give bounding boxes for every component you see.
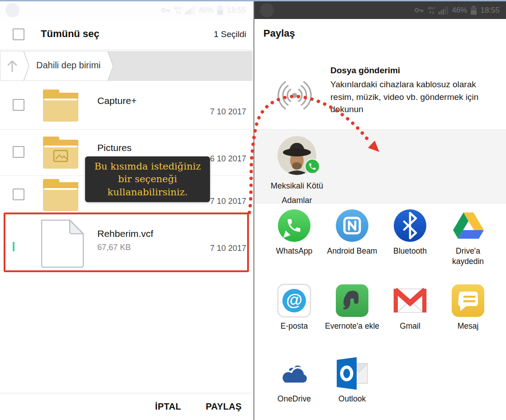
notification-icon bbox=[260, 3, 274, 17]
breadcrumb: Dahili dep birimi bbox=[0, 51, 253, 81]
key-icon bbox=[161, 7, 171, 13]
share-target-outlook[interactable]: Outlook bbox=[323, 356, 381, 404]
battery-icon bbox=[217, 6, 224, 15]
battery-percent: 46% bbox=[198, 6, 214, 15]
share-target-whatsapp[interactable]: WhatsApp bbox=[265, 208, 323, 256]
share-target-eposta[interactable]: @ E-posta bbox=[265, 283, 323, 331]
whatsapp-badge-icon bbox=[305, 159, 320, 176]
folder-icon bbox=[42, 176, 80, 214]
outlook-icon bbox=[335, 356, 369, 391]
evernote-icon bbox=[335, 283, 369, 318]
at-symbol: @ bbox=[277, 283, 311, 318]
battery-percent: 46% bbox=[452, 6, 467, 15]
direct-share-band: Meksikali Kötü Adamlar bbox=[254, 129, 506, 203]
share-button[interactable]: PAYLAŞ bbox=[205, 401, 242, 412]
screenshot-canvas: 4G+ 46% 18:55 bbox=[0, 0, 506, 420]
file-row-rehberim-vcf[interactable]: Rehberim.vcf 67,67 KB 7 10 2017 bbox=[0, 215, 253, 271]
signal-icon bbox=[439, 6, 449, 14]
folder-images-icon bbox=[42, 134, 80, 172]
breadcrumb-folder[interactable]: Dahili dep birimi bbox=[36, 60, 100, 71]
network-type-icon: 4G+ bbox=[174, 6, 182, 14]
share-sheet-panel: 4G+ 46% 18:55 Paylaş bbox=[253, 1, 506, 420]
direct-share-contact[interactable]: Meksikali Kötü Adamlar bbox=[261, 136, 333, 208]
row-checkbox[interactable] bbox=[13, 146, 24, 158]
row-checkbox-checked[interactable] bbox=[13, 242, 14, 251]
file-date: 7 10 2017 bbox=[210, 244, 246, 253]
file-name: Pictures bbox=[97, 142, 132, 153]
file-date: 7 10 2017 bbox=[210, 197, 246, 206]
contact-name: Meksikali Kötü Adamlar bbox=[261, 179, 333, 208]
select-all-label[interactable]: Tümünü seç bbox=[41, 28, 100, 40]
whatsapp-icon bbox=[277, 208, 311, 243]
bluetooth-icon bbox=[393, 208, 427, 243]
share-sheet-title: Paylaş bbox=[263, 28, 295, 39]
share-target-mesaj[interactable]: Mesaj bbox=[439, 283, 497, 331]
file-transfer-option[interactable]: Dosya gönderimi Yakınlardaki cihazlara k… bbox=[254, 60, 506, 128]
file-name: Capture+ bbox=[97, 95, 137, 106]
share-target-android-beam[interactable]: Android Beam bbox=[323, 208, 381, 256]
select-all-checkbox[interactable] bbox=[13, 28, 24, 40]
signal-icon bbox=[185, 6, 195, 14]
share-target-drive[interactable]: Drive'a kaydedin bbox=[439, 208, 497, 267]
file-manager-panel: 4G+ 46% 18:55 bbox=[0, 1, 253, 420]
android-beam-icon bbox=[335, 208, 369, 243]
row-checkbox[interactable] bbox=[13, 189, 24, 200]
key-icon bbox=[415, 7, 425, 13]
folder-icon bbox=[42, 87, 80, 125]
file-transfer-description: Yakınlardaki cihazlara kablosuz olarak r… bbox=[330, 78, 490, 116]
share-target-gmail[interactable]: Gmail bbox=[381, 283, 439, 331]
file-date: 7 10 2017 bbox=[210, 107, 246, 117]
wireless-share-icon bbox=[270, 67, 320, 123]
selected-count: 1 Seçildi bbox=[214, 29, 246, 39]
annotation-tooltip: Bu kısımda istediğiniz bir seçeneği kull… bbox=[85, 156, 210, 202]
action-bar: İPTAL PAYLAŞ bbox=[0, 393, 253, 420]
network-type-icon: 4G+ bbox=[428, 6, 435, 14]
file-name: Rehberim.vcf bbox=[97, 228, 153, 239]
file-transfer-title: Dosya gönderimi bbox=[330, 66, 400, 76]
selection-header: Tümünü seç 1 Seçildi bbox=[0, 19, 253, 50]
status-bar-left: 4G+ 46% 18:55 bbox=[0, 1, 253, 19]
share-target-evernote[interactable]: Evernote'a ekle bbox=[323, 283, 381, 331]
file-size: 67,67 KB bbox=[97, 243, 131, 252]
share-target-bluetooth[interactable]: Bluetooth bbox=[381, 208, 439, 256]
status-bar-right: 4G+ 46% 18:55 bbox=[254, 1, 506, 19]
email-icon: @ bbox=[277, 283, 311, 318]
share-target-onedrive[interactable]: OneDrive bbox=[265, 356, 323, 404]
vcf-file-icon bbox=[39, 217, 86, 270]
onedrive-icon bbox=[277, 356, 311, 391]
file-row-capture[interactable]: Capture+ 7 10 2017 bbox=[0, 82, 253, 130]
clock: 18:55 bbox=[227, 6, 246, 15]
notification-icon bbox=[5, 3, 19, 17]
messages-icon bbox=[451, 283, 485, 318]
gmail-icon bbox=[393, 283, 427, 318]
row-checkbox[interactable] bbox=[13, 99, 24, 111]
google-drive-icon bbox=[451, 208, 485, 243]
clock: 18:55 bbox=[480, 6, 500, 15]
cancel-button[interactable]: İPTAL bbox=[155, 401, 181, 412]
battery-icon bbox=[470, 6, 477, 15]
file-date: 6 10 2017 bbox=[210, 154, 246, 164]
